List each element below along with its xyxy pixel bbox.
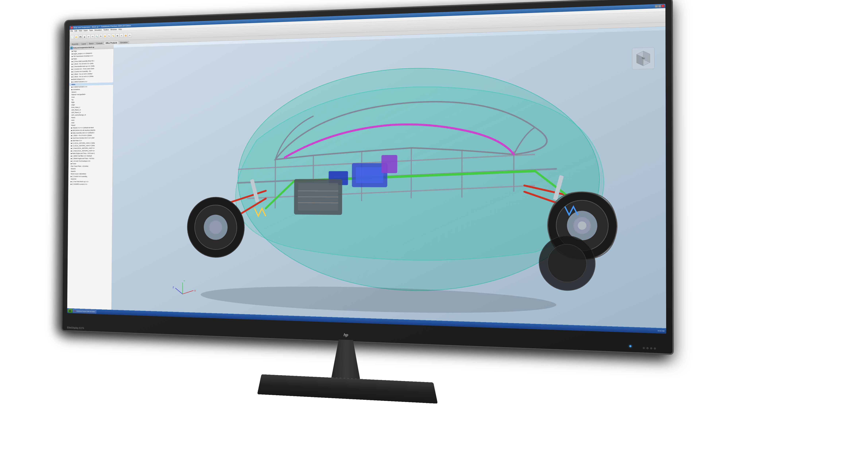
open-button[interactable]: 📂: [74, 35, 78, 39]
tree-bmw-engine[interactable]: ▶ BMW Engine and Trans - Full Scan<1: [68, 152, 113, 155]
tree-sw3dpd[interactable]: ▶ (-) SW3dPD-current-1<1>: [68, 183, 112, 186]
tree-herolocal-2[interactable]: ▶ (-) HeroLOCAL_MOTORS_ASMT<2>: [68, 149, 113, 152]
tree-rear-axle[interactable]: REAR AXLE 3 DEGREES: [68, 173, 112, 175]
svg-line-8: [411, 148, 411, 199]
monitor-stand-base: [257, 374, 438, 404]
main-content: 🌳 Body and Suspension Mock up ▶ Origin ▶…: [67, 27, 666, 333]
menu-insert[interactable]: Insert: [84, 30, 88, 32]
screen: SW Body and Suspension - Mock up * - Sol…: [67, 4, 666, 334]
menu-view[interactable]: View: [79, 30, 82, 32]
svg-rect-19: [356, 167, 383, 183]
rotate-button[interactable]: ↻: [99, 34, 103, 38]
3d-viewport[interactable]: Top X Y Z: [112, 27, 666, 333]
bezel-btn-4[interactable]: [654, 347, 656, 349]
tab-assembly[interactable]: Assembly: [70, 42, 80, 45]
bezel-buttons: [643, 347, 656, 349]
svg-rect-21: [381, 155, 397, 173]
menu-help[interactable]: Help: [119, 28, 122, 30]
menu-toolbox[interactable]: Toolbox: [103, 29, 109, 31]
tab-simulation[interactable]: Simulation: [119, 41, 129, 44]
svg-text:X: X: [194, 290, 196, 292]
taskbar-app-sw[interactable]: SW SolidWorks Premium 2009 x64 Edition: [73, 309, 96, 313]
power-indicator: [629, 345, 631, 347]
bezel-btn-3[interactable]: [650, 347, 652, 349]
tree-sketch4[interactable]: Sketch4: [68, 168, 112, 170]
save-button[interactable]: 💾: [79, 35, 82, 39]
car-model-svg: Top X Y Z: [112, 27, 666, 333]
measure-button[interactable]: 📏: [111, 34, 115, 38]
tree-30inch-tire[interactable]: ▶ (-) 30 Inch Tire Envelope-1<2>: [68, 160, 113, 162]
feature-tree: 🌳 Body and Suspension Mock up ▶ Origin ▶…: [67, 44, 114, 314]
taskbar-tray: 10:42 AM: [658, 330, 665, 332]
select-button[interactable]: ↖: [107, 34, 111, 38]
start-button[interactable]: ⊞: [68, 309, 72, 313]
svg-line-37: [298, 203, 338, 203]
svg-text:Z: Z: [173, 286, 174, 288]
sw-taskbar-label: SolidWorks Premium 2009 x64 Edition: [76, 310, 95, 312]
svg-line-5: [275, 159, 275, 208]
tree-frame[interactable]: ▶ Frame: [68, 162, 113, 165]
bezel-btn-1[interactable]: [643, 347, 645, 349]
bezel-btn-2[interactable]: [647, 347, 649, 349]
tree-icon: 🌳: [70, 47, 73, 49]
sw-taskbar-icon: SW: [74, 310, 76, 312]
new-button[interactable]: 📄: [70, 35, 74, 39]
tree-bmw-fuel-filter[interactable]: ▶ (-) BMW Fuel filter-1<1> (Default-: [68, 155, 113, 157]
tree-sketch5[interactable]: Sketch5: [68, 170, 112, 173]
explode-button[interactable]: 💥: [124, 33, 127, 37]
tree-control-arm-assy2[interactable]: ▶ (-) Control Arm Assembly...: [68, 175, 112, 178]
solidworks-ui: SW Body and Suspension - Mock up * - Sol…: [67, 4, 666, 334]
hp-logo: hp: [344, 333, 348, 337]
svg-text:Top: Top: [642, 57, 645, 59]
tree-bmw-engine-2[interactable]: ▶ (-) BMW Engine and Trans - Full Sca: [68, 157, 113, 160]
tree-herolocal-1[interactable]: ▶ (-) HeroLOCAL_MOTORS_ASMT<1>: [68, 147, 113, 150]
monitor-stand-neck: [332, 339, 360, 379]
menu-tools[interactable]: Tools: [89, 29, 93, 31]
mate-button[interactable]: ⚙: [115, 34, 119, 38]
monitor-bezel: SW Body and Suspension - Mock up * - Sol…: [62, 0, 673, 354]
section-view-button[interactable]: ✂: [128, 33, 132, 37]
scene: SW Body and Suspension - Mock up * - Sol…: [0, 0, 868, 456]
svg-line-35: [298, 191, 338, 191]
print-button[interactable]: 🖨: [83, 35, 86, 39]
zoom-button[interactable]: 🔍: [95, 34, 99, 38]
tab-layout[interactable]: Layout: [80, 42, 87, 45]
pan-button[interactable]: ✋: [103, 34, 107, 38]
menu-windows[interactable]: Windows: [111, 28, 117, 31]
minimize-button[interactable]: —: [655, 5, 658, 8]
insert-component-button[interactable]: +: [120, 33, 123, 37]
tree-plan-travel[interactable]: Plan Travel Plane - 10 Inches: [68, 165, 112, 168]
tab-sketch[interactable]: Sketch: [87, 42, 95, 45]
sidebar-title: Body and Suspension Mock up: [73, 46, 94, 49]
monitor: SW Body and Suspension - Mock up * - Sol…: [62, 0, 673, 354]
tab-office-products[interactable]: Office Products: [104, 41, 119, 44]
undo-button[interactable]: ↩: [87, 34, 90, 39]
tree-sketch16[interactable]: Sketch16: [68, 178, 112, 180]
svg-text:Y: Y: [183, 280, 185, 282]
redo-button[interactable]: ↪: [91, 34, 95, 39]
monitor-model-label: EliteDisplay E27ii: [67, 326, 84, 330]
menu-file[interactable]: File: [70, 30, 73, 32]
sw-logo-icon: SW: [70, 26, 73, 29]
tree-fuel-tank[interactable]: ▶ (-) Fuel Tank Mock up-1<1>: [68, 180, 112, 183]
close-button[interactable]: ✕: [661, 5, 664, 7]
tab-evaluate[interactable]: Evaluate: [95, 42, 104, 45]
window-controls: — □ ✕: [655, 5, 664, 8]
maximize-button[interactable]: □: [658, 5, 661, 8]
menu-edit[interactable]: Edit: [74, 30, 77, 32]
clock: 10:42 AM: [658, 330, 664, 332]
menu-simulation[interactable]: Simulation: [94, 29, 102, 31]
